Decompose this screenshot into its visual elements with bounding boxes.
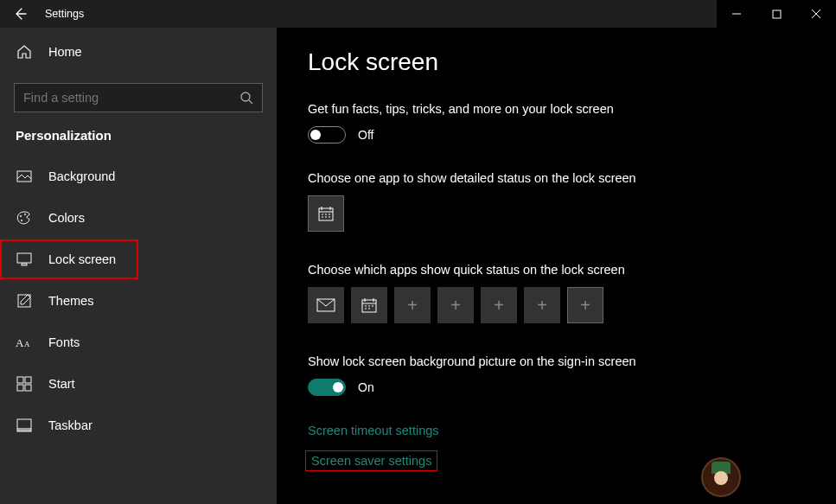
maximize-button[interactable]: [756, 0, 796, 28]
taskbar-icon: [16, 417, 33, 434]
close-icon: [811, 9, 821, 19]
screen-saver-link[interactable]: Screen saver settings: [308, 453, 435, 469]
detailed-status-heading: Choose one app to show detailed status o…: [308, 171, 805, 185]
sidebar-item-label: Start: [48, 377, 75, 391]
svg-rect-6: [17, 253, 31, 263]
sidebar-item-label: Lock screen: [48, 252, 116, 266]
fun-facts-toggle[interactable]: [308, 126, 346, 144]
fun-facts-state: Off: [358, 128, 373, 142]
sidebar-item-taskbar[interactable]: Taskbar: [0, 405, 277, 445]
svg-rect-16: [17, 428, 31, 431]
sidebar-item-lock-screen[interactable]: Lock screen: [0, 239, 138, 279]
home-nav[interactable]: Home: [0, 33, 277, 71]
main-content: Lock screen Get fun facts, tips, tricks,…: [277, 28, 836, 504]
home-label: Home: [48, 45, 82, 59]
svg-rect-14: [25, 385, 31, 391]
svg-rect-11: [17, 377, 23, 383]
show-bg-heading: Show lock screen background picture on t…: [308, 354, 805, 368]
search-box[interactable]: [14, 83, 263, 112]
close-button[interactable]: [796, 0, 836, 28]
detailed-status-app-tile[interactable]: [308, 195, 344, 232]
quick-status-tile-mail[interactable]: [308, 287, 344, 323]
themes-icon: [16, 292, 33, 309]
window-controls: [717, 0, 836, 28]
calendar-icon: [361, 297, 378, 314]
lock-screen-icon: [16, 251, 33, 268]
svg-point-5: [24, 214, 26, 215]
svg-text:A: A: [16, 336, 24, 349]
home-icon: [16, 43, 33, 61]
quick-status-tile-add-2[interactable]: +: [437, 287, 474, 323]
sidebar: Home Personalization Background Colors: [0, 28, 277, 504]
mail-icon: [316, 298, 335, 312]
svg-rect-12: [25, 377, 31, 383]
search-input[interactable]: [23, 91, 239, 105]
section-heading: Personalization: [0, 124, 277, 155]
screen-timeout-link[interactable]: Screen timeout settings: [308, 424, 805, 437]
svg-point-4: [21, 220, 22, 221]
quick-status-tile-add-3[interactable]: +: [481, 287, 517, 323]
show-bg-toggle[interactable]: [308, 379, 346, 396]
page-title: Lock screen: [308, 48, 805, 76]
svg-text:A: A: [24, 340, 30, 348]
svg-rect-13: [17, 385, 23, 391]
fun-facts-heading: Get fun facts, tips, tricks, and more on…: [308, 102, 805, 116]
sidebar-item-label: Colors: [48, 211, 85, 225]
sidebar-item-label: Background: [48, 169, 115, 183]
sidebar-item-themes[interactable]: Themes: [0, 281, 277, 321]
maximize-icon: [772, 10, 782, 19]
calendar-icon: [317, 205, 335, 222]
quick-status-tile-add-1[interactable]: +: [394, 287, 431, 323]
quick-status-tile-calendar[interactable]: [351, 287, 387, 323]
svg-point-1: [241, 93, 250, 101]
quick-status-heading: Choose which apps show quick status on t…: [308, 263, 805, 277]
quick-status-tile-add-5[interactable]: +: [567, 287, 603, 323]
sidebar-item-fonts[interactable]: AA Fonts: [0, 322, 277, 362]
fonts-icon: AA: [16, 334, 33, 351]
palette-icon: [16, 209, 33, 226]
sidebar-item-start[interactable]: Start: [0, 364, 277, 404]
quick-status-tile-add-4[interactable]: +: [524, 287, 560, 323]
sidebar-item-background[interactable]: Background: [0, 156, 277, 196]
sidebar-item-label: Taskbar: [48, 418, 93, 432]
svg-rect-7: [22, 264, 27, 265]
svg-point-3: [20, 215, 22, 217]
sidebar-item-label: Fonts: [48, 335, 80, 349]
window-title: Settings: [40, 8, 717, 20]
minimize-icon: [731, 9, 742, 19]
plus-icon: +: [537, 296, 547, 316]
show-bg-state: On: [358, 380, 374, 394]
start-icon: [16, 375, 33, 392]
title-bar: Settings: [0, 0, 836, 28]
back-button[interactable]: [0, 0, 40, 28]
plus-icon: +: [407, 296, 418, 316]
svg-rect-0: [773, 10, 781, 18]
avatar-decoration: [701, 457, 741, 497]
minimize-button[interactable]: [717, 0, 756, 28]
plus-icon: +: [580, 296, 590, 316]
svg-rect-8: [18, 295, 30, 307]
sidebar-item-label: Themes: [48, 294, 93, 308]
search-icon: [239, 91, 253, 105]
plus-icon: +: [450, 296, 461, 316]
plus-icon: +: [494, 296, 504, 316]
sidebar-item-colors[interactable]: Colors: [0, 198, 277, 238]
arrow-left-icon: [13, 7, 27, 21]
picture-icon: [16, 168, 33, 185]
